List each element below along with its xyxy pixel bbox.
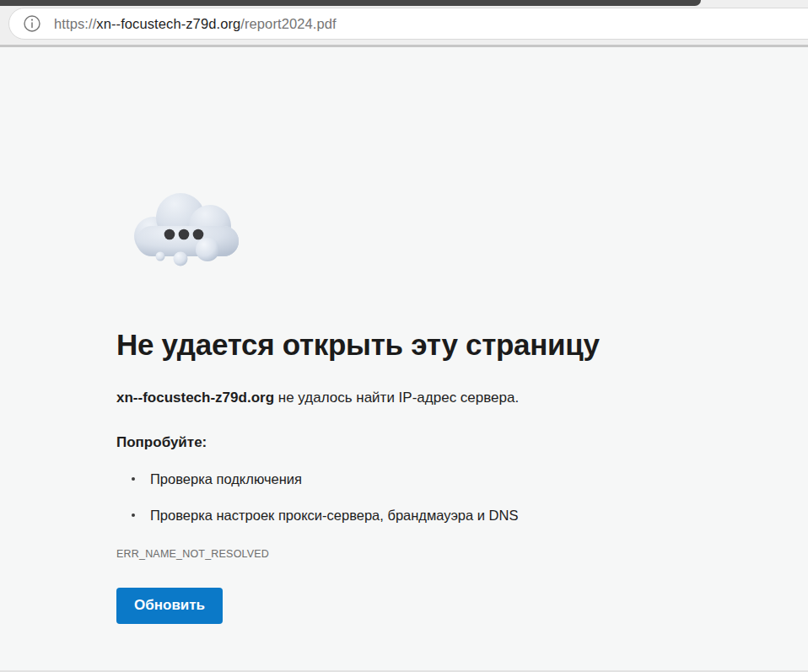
suggestion-list: Проверка подключения Проверка настроек п… xyxy=(116,471,808,524)
bullet-icon xyxy=(132,477,135,481)
suggestion-text: Проверка подключения xyxy=(150,471,302,487)
url-scheme: https:// xyxy=(54,16,96,31)
url-host: xn--focustech-z79d.org xyxy=(96,16,240,31)
url-path: /report2024.pdf xyxy=(240,16,336,31)
error-subtitle: xn--focustech-z79d.org не удалось найти … xyxy=(116,390,808,406)
error-subtitle-text: не удалось найти IP-адрес сервера. xyxy=(274,390,519,406)
bullet-icon xyxy=(132,513,135,517)
address-bar[interactable]: https://xn--focustech-z79d.org/report202… xyxy=(8,8,808,40)
info-icon[interactable] xyxy=(24,15,40,32)
suggestion-text: Проверка настроек прокси-сервера, брандм… xyxy=(150,508,518,524)
suggestion-item: Проверка настроек прокси-сервера, брандм… xyxy=(116,508,808,524)
browser-toolbar: https://xn--focustech-z79d.org/report202… xyxy=(0,0,808,45)
error-subtitle-host: xn--focustech-z79d.org xyxy=(116,390,274,406)
error-page: Не удается открыть эту страницу xn--focu… xyxy=(0,47,808,672)
refresh-button[interactable]: Обновить xyxy=(116,588,223,624)
window-top-edge xyxy=(0,0,701,6)
suggestion-item: Проверка подключения xyxy=(116,471,808,487)
cloud-error-illustration xyxy=(130,185,241,267)
error-title: Не удается открыть эту страницу xyxy=(116,328,808,362)
try-label: Попробуйте: xyxy=(116,434,808,451)
url-text: https://xn--focustech-z79d.org/report202… xyxy=(54,16,337,32)
error-code: ERR_NAME_NOT_RESOLVED xyxy=(116,548,808,560)
